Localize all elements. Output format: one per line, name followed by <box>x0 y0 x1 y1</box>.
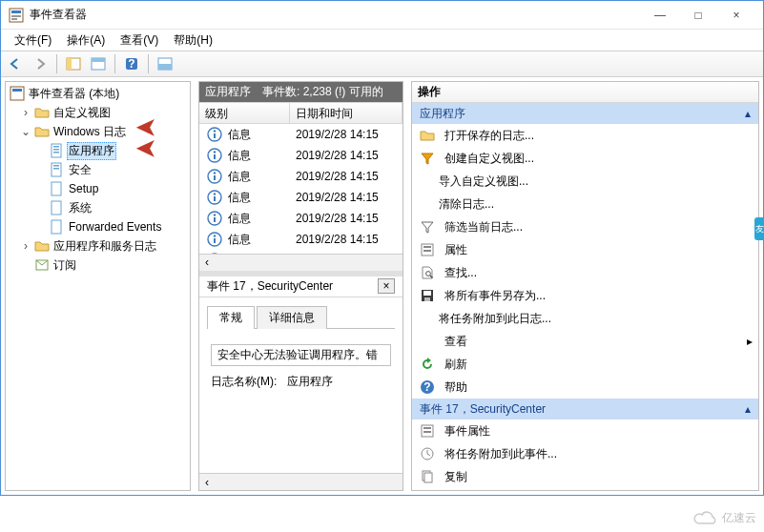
annotation-arrow: ➤ <box>135 133 157 165</box>
svg-rect-32 <box>214 175 216 180</box>
actions-section-log: 应用程序 ▴ <box>412 103 758 124</box>
filter2-icon <box>420 219 435 235</box>
menu-action[interactable]: 操作(A) <box>59 31 113 51</box>
filter-icon <box>420 151 435 166</box>
action-item[interactable]: 保存选择的事件... <box>412 488 758 490</box>
log-icon <box>50 219 65 235</box>
preview-button[interactable] <box>155 53 176 74</box>
action-item[interactable]: ?帮助 <box>412 376 758 399</box>
folder-icon <box>34 105 50 120</box>
menu-view[interactable]: 查看(V) <box>113 31 166 51</box>
event-detail-header: 事件 17，SecurityCenter × <box>199 276 403 297</box>
event-row[interactable]: 信息2019/2/28 14:15 <box>199 229 403 250</box>
tree-subscriptions[interactable]: 订阅 <box>8 256 188 275</box>
svg-point-27 <box>214 130 216 132</box>
expand-icon[interactable]: › <box>19 106 32 119</box>
event-row[interactable]: 信息2019/2/28 14:15 <box>199 187 403 208</box>
scroll-left-button[interactable]: ‹ <box>199 473 403 490</box>
event-detail-title: 事件 17，SecurityCenter <box>207 278 333 295</box>
event-level: 信息 <box>228 127 251 143</box>
action-label: 刷新 <box>444 357 467 373</box>
minimize-button[interactable]: — <box>641 1 679 30</box>
center-pane: 应用程序 事件数: 2,238 (!) 可用的 级别 日期和时间 信息2019/… <box>198 81 403 491</box>
action-label: 查看 <box>444 334 467 350</box>
copy-icon <box>420 469 435 484</box>
event-row[interactable]: 信息2019/2/28 14:15 <box>199 166 403 187</box>
collapse-icon[interactable]: ▴ <box>745 402 751 416</box>
action-item[interactable]: 筛选当前日志... <box>412 215 758 238</box>
tree-setup[interactable]: Setup <box>8 179 188 198</box>
action-item[interactable]: 查找... <box>412 261 758 284</box>
tree-root[interactable]: 事件查看器 (本地) <box>8 84 188 103</box>
log-name: 应用程序 <box>205 84 251 100</box>
tree-application[interactable]: 应用程序 <box>8 141 188 160</box>
svg-text:?: ? <box>423 380 430 394</box>
help-button[interactable]: ? <box>121 53 142 74</box>
svg-rect-15 <box>53 146 59 148</box>
svg-point-42 <box>214 235 216 236</box>
action-item[interactable]: 事件属性 <box>412 419 758 442</box>
event-row[interactable]: 信息2019/2/28 14:15 <box>199 145 403 166</box>
tab-details[interactable]: 详细信息 <box>257 306 327 329</box>
actions-list: 应用程序 ▴ 打开保存的日志...创建自定义视图...导入自定义视图...清除日… <box>412 103 758 490</box>
tree-windows-logs[interactable]: ⌄ Windows 日志 <box>8 122 188 141</box>
svg-rect-2 <box>11 15 21 17</box>
maximize-button[interactable]: □ <box>679 1 717 30</box>
tab-general[interactable]: 常规 <box>207 306 255 329</box>
action-item[interactable]: 清除日志... <box>412 193 758 215</box>
svg-rect-23 <box>52 220 61 234</box>
log-icon <box>50 181 65 196</box>
back-button[interactable] <box>5 53 26 74</box>
tree-custom-views[interactable]: › 自定义视图 <box>8 103 188 122</box>
tree-forwarded-events[interactable]: Forwarded Events <box>8 217 188 236</box>
action-item[interactable]: 复制 <box>412 465 758 488</box>
action-label: 导入自定义视图... <box>439 174 528 190</box>
navigation-tree[interactable]: 事件查看器 (本地) › 自定义视图 ⌄ Windows 日志 应用程序 <box>6 82 190 490</box>
tree-security[interactable]: 安全 <box>8 160 188 179</box>
show-panel-button[interactable] <box>88 53 109 74</box>
tree-app-service-logs[interactable]: › 应用程序和服务日志 <box>8 236 188 256</box>
menu-file[interactable]: 文件(F) <box>7 31 59 51</box>
event-level: 信息 <box>228 169 251 185</box>
collapse-icon[interactable]: ⌄ <box>19 125 32 138</box>
side-tab[interactable]: 友 <box>754 217 763 240</box>
column-datetime[interactable]: 日期和时间 <box>290 103 403 123</box>
action-item[interactable]: 刷新 <box>412 353 758 376</box>
scroll-left-button[interactable]: ‹ <box>199 254 403 271</box>
action-item[interactable]: 打开保存的日志... <box>412 124 758 147</box>
menu-help[interactable]: 帮助(H) <box>166 31 220 51</box>
expand-icon[interactable]: › <box>19 239 32 253</box>
folder-icon <box>34 124 50 139</box>
close-button[interactable]: × <box>717 1 755 30</box>
action-item[interactable]: 查看▸ <box>412 330 758 353</box>
refresh-icon <box>420 357 435 372</box>
column-level[interactable]: 级别 <box>199 103 290 123</box>
svg-rect-11 <box>158 64 172 70</box>
show-tree-button[interactable] <box>63 53 84 74</box>
forward-button[interactable] <box>30 53 51 74</box>
event-level: 信息 <box>228 232 251 248</box>
svg-rect-22 <box>52 201 61 215</box>
action-item[interactable]: 导入自定义视图... <box>412 170 758 193</box>
info-icon <box>207 148 222 163</box>
action-label: 清除日志... <box>439 196 494 213</box>
event-row[interactable]: 信息2019/2/28 14:15 <box>199 208 403 229</box>
action-item[interactable]: 创建自定义视图... <box>412 147 758 170</box>
log-icon <box>50 200 65 215</box>
svg-point-33 <box>214 172 216 174</box>
action-item[interactable]: 将所有事件另存为... <box>412 284 758 307</box>
tree-system[interactable]: 系统 <box>8 198 188 217</box>
action-item[interactable]: 将任务附加到此日志... <box>412 307 758 330</box>
detail-close-button[interactable]: × <box>378 278 395 294</box>
app-window: 事件查看器 — □ × 文件(F) 操作(A) 查看(V) 帮助(H) ? 事件… <box>0 0 764 496</box>
event-level: 信息 <box>228 148 251 164</box>
event-list[interactable]: 信息2019/2/28 14:15信息2019/2/28 14:15信息2019… <box>199 124 403 254</box>
svg-point-36 <box>214 193 216 194</box>
action-item[interactable]: 将任务附加到此事件... <box>412 442 758 465</box>
window-title: 事件查看器 <box>30 7 641 23</box>
action-label: 复制 <box>444 469 467 485</box>
collapse-icon[interactable]: ▴ <box>745 107 751 120</box>
event-row[interactable]: 信息2019/2/28 14:15 <box>199 124 403 145</box>
action-item[interactable]: 属性 <box>412 238 758 261</box>
event-list-header: 应用程序 事件数: 2,238 (!) 可用的 <box>199 82 403 103</box>
